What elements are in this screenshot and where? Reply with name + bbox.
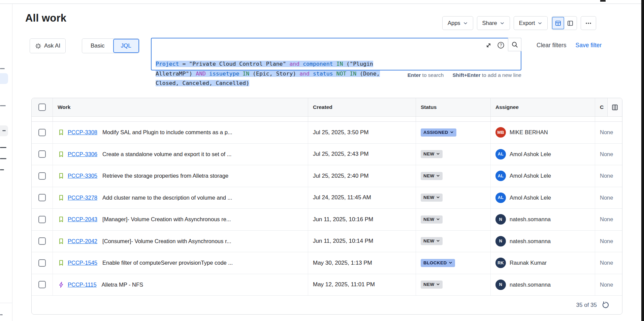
issue-title: Retrieve the storage properties from All… (102, 173, 228, 179)
issue-key-link[interactable]: PCCP-2042 (68, 238, 97, 244)
comments-cell: None (595, 187, 622, 209)
jira-all-work-page: › › All work Apps Share Export (0, 0, 644, 321)
export-button[interactable]: Export (514, 16, 548, 30)
status-label: NEW (423, 238, 434, 243)
search-button[interactable] (508, 38, 521, 51)
created-value: May 30, 2025, 1:13 PM (313, 260, 372, 266)
select-all-cell (32, 98, 53, 116)
work-cell: PCCP-3278 Add cluster name to the descri… (53, 187, 308, 209)
assignee-name: Amol Ashok Lele (510, 195, 551, 201)
created-cell: Jun 11, 2025, 10:14 PM (308, 231, 416, 252)
row-checkbox[interactable] (38, 150, 46, 158)
status-label: BLOCKED (423, 260, 447, 265)
comments-cell: None (595, 209, 622, 230)
row-checkbox[interactable] (38, 194, 46, 201)
basic-mode-button[interactable]: Basic (82, 39, 113, 53)
row-checkbox[interactable] (38, 216, 46, 223)
issue-key-link[interactable]: PCCP-3306 (68, 151, 97, 157)
clear-filters-button[interactable]: Clear filters (537, 42, 567, 49)
row-checkbox-cell (32, 122, 53, 143)
assignee-name: natesh.somanna (510, 282, 551, 288)
row-checkbox[interactable] (38, 129, 46, 136)
status-badge[interactable]: NEW (421, 215, 443, 224)
story-icon (58, 216, 65, 223)
chevron-down-icon (436, 239, 440, 243)
row-checkbox[interactable] (38, 259, 46, 267)
refresh-button[interactable] (602, 301, 609, 309)
chevron-down-icon (463, 21, 468, 26)
story-icon (58, 151, 65, 158)
filter-links: Clear filters Save filter (537, 38, 602, 53)
comments-cell: None (595, 274, 622, 296)
created-cell: May 12, 2025, 11:01 PM (308, 274, 416, 296)
column-header-status[interactable]: Status (416, 98, 490, 116)
status-cell: BLOCKED (416, 252, 490, 274)
created-cell: Jul 25, 2025, 3:50 PM (308, 122, 416, 143)
header-actions: Apps Share Export (442, 16, 596, 30)
sparkle-icon (35, 43, 41, 49)
status-cell: ASSIGNED (416, 122, 490, 143)
comments-cell: None (595, 165, 622, 187)
issue-key-link[interactable]: PCCP-2043 (68, 216, 97, 223)
status-badge[interactable]: NEW (421, 150, 443, 158)
expand-icon[interactable] (485, 42, 492, 49)
row-checkbox[interactable] (38, 281, 46, 288)
column-header-created[interactable]: Created (308, 98, 416, 116)
issue-key-link[interactable]: PCCP-3278 (68, 195, 97, 201)
assignee-cell: N natesh.somanna (490, 274, 595, 296)
status-badge[interactable]: NEW (421, 194, 443, 202)
status-cell: NEW (416, 187, 490, 209)
issue-key-link[interactable]: PCCP-3308 (68, 129, 97, 136)
table-view-button[interactable] (552, 17, 564, 29)
row-checkbox-cell (32, 231, 53, 252)
configure-columns-button[interactable] (607, 98, 622, 116)
status-badge[interactable]: NEW (421, 172, 443, 180)
apps-button[interactable]: Apps (442, 16, 473, 30)
status-badge[interactable]: ASSIGNED (421, 128, 456, 137)
save-filter-button[interactable]: Save filter (576, 42, 602, 49)
share-button[interactable]: Share (477, 16, 510, 30)
status-cell: NEW (416, 144, 490, 165)
more-actions-button[interactable] (581, 16, 596, 30)
issue-title: [Consumer]- Volume Creation with Asynchr… (102, 238, 231, 244)
hint-shift-text: to add a new line (480, 72, 521, 78)
sidebar-item-active[interactable] (0, 73, 8, 84)
row-checkbox[interactable] (38, 237, 46, 245)
epic-icon (58, 281, 65, 288)
jql-input[interactable]: Project = "Private Cloud Control Plane" … (151, 38, 521, 70)
issue-key-link[interactable]: PCCP-1115 (68, 282, 97, 288)
status-badge[interactable]: NEW (421, 281, 443, 289)
jql-mode-button[interactable]: JQL (113, 39, 139, 53)
table-row: PCCP-3306 Create a standalone volume and… (32, 144, 622, 166)
select-all-checkbox[interactable] (38, 104, 46, 111)
search-icon (511, 41, 518, 48)
issue-title: [Manager]- Volume Creation with Asynchro… (102, 216, 231, 223)
story-icon (58, 259, 65, 266)
status-badge[interactable]: BLOCKED (421, 259, 455, 267)
created-cell: Jul 25, 2025, 2:43 PM (308, 144, 416, 165)
table-row: PCCP-1545 Enable filter of computeServer… (32, 252, 622, 274)
chevron-down-icon (436, 217, 440, 221)
work-cell: PCCP-3305 Retrieve the storage propertie… (53, 165, 308, 187)
assignee-cell: AL Amol Ashok Lele (490, 144, 595, 165)
avatar: RK (495, 258, 506, 268)
table-scroll-spacer (32, 117, 622, 122)
comments-cell: None (595, 231, 622, 252)
column-header-assignee[interactable]: Assignee (490, 98, 595, 116)
column-header-work[interactable]: Work (53, 98, 308, 116)
table-body: PCCP-3308 Modify SAL and Plugin to inclu… (32, 122, 622, 296)
issue-key-link[interactable]: PCCP-1545 (68, 260, 97, 266)
help-icon[interactable]: ? (497, 41, 505, 49)
detail-view-button[interactable] (564, 17, 576, 29)
comments-value: None (600, 151, 613, 157)
issue-title: Create a standalone volume and export it… (102, 151, 231, 157)
row-checkbox[interactable] (38, 172, 46, 180)
assignee-cell: RK Raunak Kumar (490, 252, 595, 274)
story-icon (58, 172, 65, 179)
svg-text:?: ? (500, 43, 502, 48)
hint-enter-text: to search (421, 72, 444, 78)
story-icon (58, 238, 65, 245)
issue-key-link[interactable]: PCCP-3305 (68, 173, 97, 179)
ask-ai-button[interactable]: Ask AI (30, 38, 66, 53)
status-badge[interactable]: NEW (421, 237, 443, 245)
